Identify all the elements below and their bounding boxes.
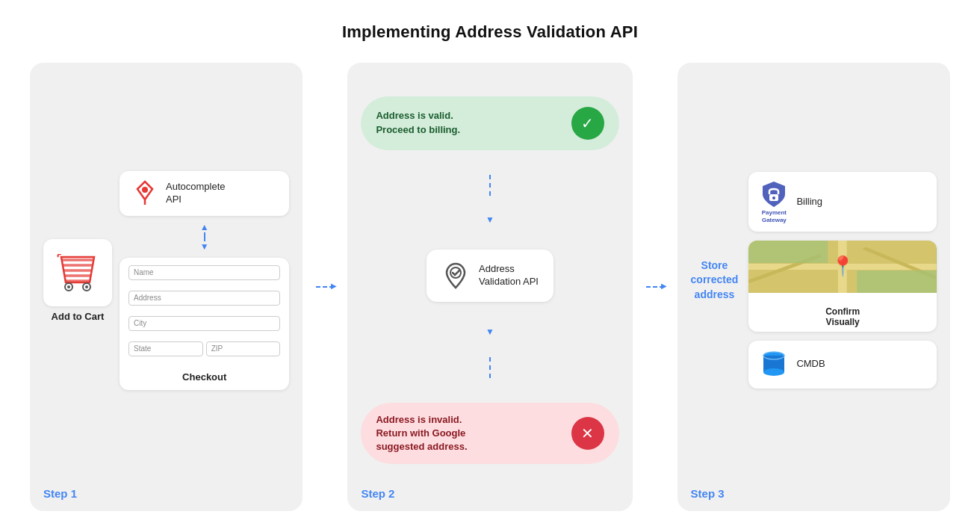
connector-2-3: ▶ bbox=[646, 63, 664, 511]
step1-right-column: Autocomplete API ▲ ▼ Name Address City S… bbox=[120, 79, 289, 481]
state-field: State bbox=[128, 341, 203, 356]
zip-field: ZIP bbox=[206, 341, 281, 356]
svg-point-18 bbox=[772, 197, 775, 199]
valid-check-circle: ✓ bbox=[571, 107, 604, 140]
svg-point-10 bbox=[67, 285, 70, 288]
step2-content: Address is valid. Proceed to billing. ✓ … bbox=[361, 79, 618, 481]
step-3-panel: Store corrected address bbox=[677, 63, 950, 511]
add-to-cart-label: Add to Cart bbox=[52, 311, 105, 322]
payment-gateway-icon bbox=[759, 179, 789, 209]
confirm-visually-label: Confirm Visually bbox=[816, 300, 869, 332]
payment-icon-wrap: PaymentGateway bbox=[759, 179, 789, 223]
valid-bubble: Address is valid. Proceed to billing. ✓ bbox=[361, 96, 618, 150]
state-zip-row: State ZIP bbox=[128, 341, 280, 359]
step3-cards: PaymentGateway Billing bbox=[748, 172, 937, 388]
checkout-card: Name Address City State ZIP Checkout bbox=[120, 258, 289, 390]
connector-1-2: ▶ bbox=[316, 63, 334, 511]
store-corrected-label: Store corrected address bbox=[691, 259, 739, 303]
svg-point-12 bbox=[85, 285, 88, 288]
invalid-x-circle: ✕ bbox=[571, 417, 604, 450]
step3-content: Store corrected address bbox=[691, 79, 937, 481]
svg-rect-25 bbox=[858, 270, 937, 293]
confirm-visually-card: 📍 Confirm Visually bbox=[748, 241, 937, 332]
svg-point-14 bbox=[142, 187, 148, 193]
av-api-icon bbox=[441, 262, 470, 290]
arrow-down-to-av: ▼ bbox=[486, 214, 494, 225]
billing-label: Billing bbox=[796, 196, 822, 208]
svg-rect-24 bbox=[748, 241, 828, 263]
step1-label-row: Step 1 bbox=[43, 487, 289, 501]
cart-icon bbox=[55, 254, 100, 291]
step3-label-row: Step 3 bbox=[691, 487, 937, 501]
diagram: Add to Cart Autocomplete API bbox=[30, 63, 950, 511]
checkout-label: Checkout bbox=[128, 371, 280, 383]
name-field: Name bbox=[128, 265, 280, 280]
database-icon bbox=[760, 350, 787, 380]
step1-label: Step 1 bbox=[43, 480, 77, 500]
av-api-card: Address Validation API bbox=[427, 250, 553, 302]
billing-card: PaymentGateway Billing bbox=[748, 172, 937, 231]
autocomplete-card: Autocomplete API bbox=[120, 171, 289, 216]
city-field: City bbox=[128, 316, 280, 331]
autocomplete-icon bbox=[131, 180, 158, 207]
invalid-bubble-text: Address is invalid. Return with Google s… bbox=[376, 413, 562, 454]
svg-point-28 bbox=[763, 368, 784, 376]
cmdb-label: CMDB bbox=[796, 358, 825, 371]
step-1-panel: Add to Cart Autocomplete API bbox=[30, 63, 303, 511]
cmdb-card: CMDB bbox=[748, 341, 937, 389]
valid-bubble-text: Address is valid. Proceed to billing. bbox=[376, 109, 562, 136]
arrow-down-from-av: ▼ bbox=[486, 327, 494, 337]
av-api-label: Address Validation API bbox=[479, 263, 539, 288]
step2-label-row: Step 2 bbox=[361, 487, 618, 501]
step1-left-column: Add to Cart bbox=[43, 79, 112, 481]
v-arrow-av-to-invalid bbox=[489, 357, 491, 378]
invalid-bubble: Address is invalid. Return with Google s… bbox=[361, 403, 618, 465]
map-visual: 📍 bbox=[748, 241, 937, 293]
v-connector-step1: ▲ ▼ bbox=[200, 222, 209, 252]
step3-label: Step 3 bbox=[691, 480, 725, 500]
map-pin-icon: 📍 bbox=[831, 255, 855, 278]
autocomplete-label: Autocomplete API bbox=[166, 181, 226, 206]
payment-sub-label: PaymentGateway bbox=[762, 209, 787, 223]
page-title: Implementing Address Validation API bbox=[342, 22, 638, 42]
step2-label: Step 2 bbox=[361, 480, 394, 500]
step-2-panel: Address is valid. Proceed to billing. ✓ … bbox=[347, 63, 632, 511]
v-arrow-valid-to-av bbox=[489, 175, 491, 196]
store-corrected-area: Store corrected address bbox=[691, 259, 739, 303]
add-to-cart-card bbox=[43, 239, 112, 306]
address-field: Address bbox=[128, 291, 280, 306]
